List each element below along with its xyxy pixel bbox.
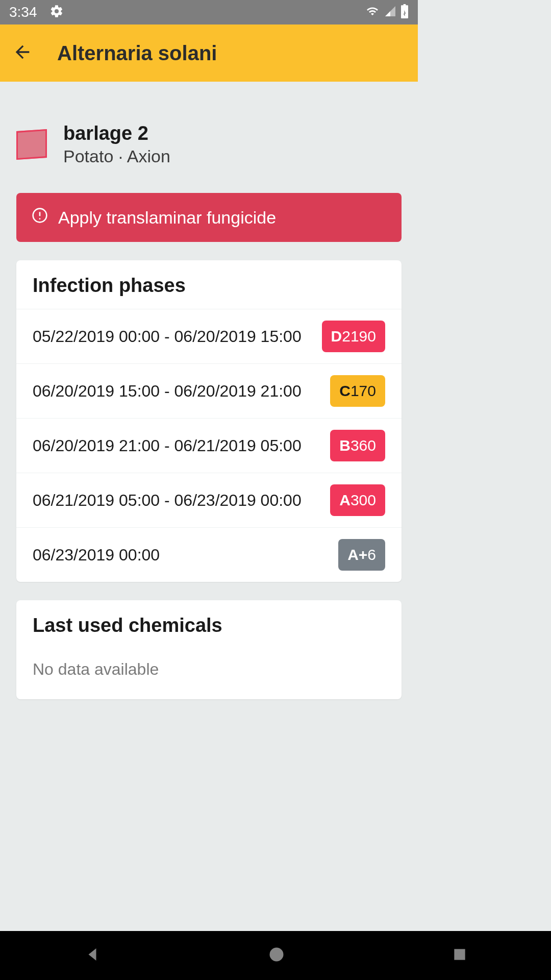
alert-text: Apply translaminar fungicide — [58, 208, 276, 228]
status-time: 3:34 — [9, 4, 37, 20]
alert-icon — [32, 207, 48, 228]
chemicals-card: Last used chemicals No data available — [16, 600, 402, 699]
field-card: barlage 2 Potato · Axion — [16, 98, 402, 166]
phase-date: 06/20/2019 21:00 - 06/21/2019 05:00 — [33, 436, 330, 455]
field-name: barlage 2 — [63, 122, 170, 144]
alert-banner[interactable]: Apply translaminar fungicide — [16, 193, 402, 242]
phase-badge: A+6 — [338, 539, 385, 571]
phase-row[interactable]: 06/21/2019 05:00 - 06/23/2019 00:00A300 — [16, 473, 402, 528]
page-title: Alternaria solani — [57, 42, 217, 65]
field-subtitle: Potato · Axion — [63, 146, 170, 166]
phase-row[interactable]: 06/23/2019 00:00A+6 — [16, 528, 402, 582]
signal-icon — [384, 5, 396, 19]
battery-icon — [400, 4, 409, 20]
phase-date: 06/23/2019 00:00 — [33, 546, 338, 565]
chemicals-empty: No data available — [16, 649, 402, 699]
gear-icon — [49, 4, 64, 20]
phase-row[interactable]: 06/20/2019 15:00 - 06/20/2019 21:00C170 — [16, 364, 402, 419]
phase-badge: A300 — [330, 484, 385, 516]
field-marker-icon — [16, 129, 47, 160]
wifi-icon — [365, 5, 380, 19]
phase-badge: B360 — [330, 430, 385, 461]
phase-date: 05/22/2019 00:00 - 06/20/2019 15:00 — [33, 327, 322, 346]
phases-header: Infection phases — [16, 260, 402, 309]
back-arrow-icon[interactable] — [12, 42, 33, 64]
phase-date: 06/20/2019 15:00 - 06/20/2019 21:00 — [33, 382, 330, 401]
svg-point-2 — [39, 218, 41, 219]
infection-phases-card: Infection phases 05/22/2019 00:00 - 06/2… — [16, 260, 402, 582]
chemicals-header: Last used chemicals — [16, 600, 402, 649]
phase-badge: D2190 — [322, 321, 385, 352]
app-bar: Alternaria solani — [0, 24, 418, 82]
phase-badge: C170 — [330, 375, 385, 407]
phase-date: 06/21/2019 05:00 - 06/23/2019 00:00 — [33, 491, 330, 510]
phase-row[interactable]: 06/20/2019 21:00 - 06/21/2019 05:00B360 — [16, 419, 402, 473]
phase-row[interactable]: 05/22/2019 00:00 - 06/20/2019 15:00D2190 — [16, 309, 402, 364]
status-bar: 3:34 — [0, 0, 418, 24]
